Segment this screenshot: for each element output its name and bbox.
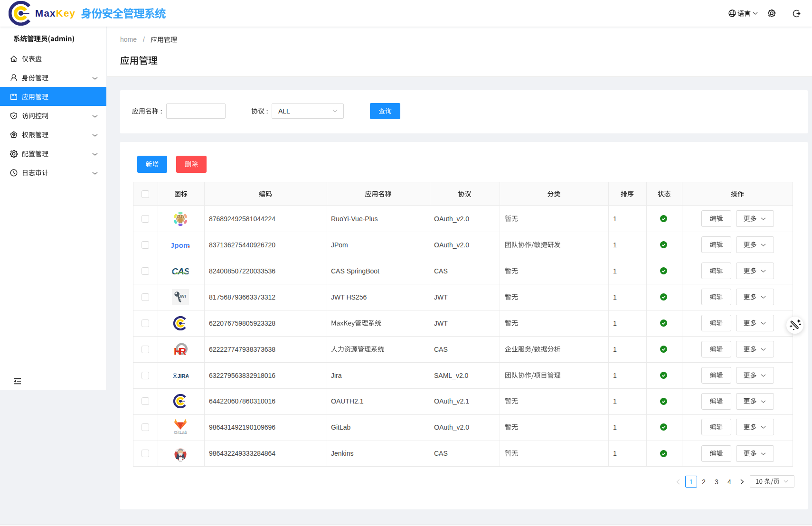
svg-text:R: R (179, 346, 186, 357)
svg-text:JWT: JWT (179, 294, 187, 299)
svg-text:Jpom: Jpom (171, 241, 190, 249)
svg-text:JIRA: JIRA (178, 373, 189, 379)
svg-text:CAS: CAS (172, 266, 189, 276)
svg-text:GitLab: GitLab (174, 430, 187, 435)
